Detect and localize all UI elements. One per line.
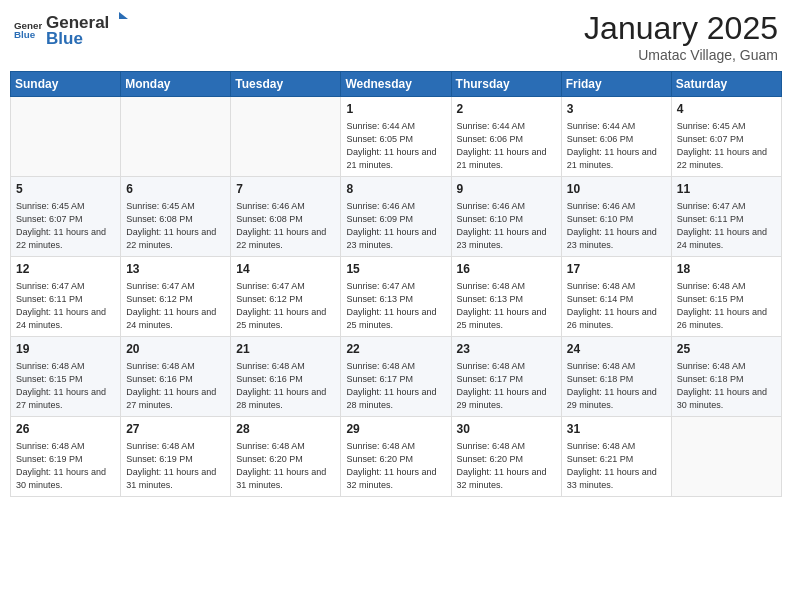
calendar-cell: 20Sunrise: 6:48 AMSunset: 6:16 PMDayligh… [121,336,231,416]
day-info: Sunrise: 6:48 AMSunset: 6:18 PMDaylight:… [567,360,666,412]
day-number: 15 [346,261,445,278]
day-info: Sunrise: 6:48 AMSunset: 6:16 PMDaylight:… [126,360,225,412]
day-number: 13 [126,261,225,278]
day-info: Sunrise: 6:48 AMSunset: 6:20 PMDaylight:… [236,440,335,492]
calendar-cell: 17Sunrise: 6:48 AMSunset: 6:14 PMDayligh… [561,256,671,336]
day-info: Sunrise: 6:48 AMSunset: 6:20 PMDaylight:… [346,440,445,492]
day-info: Sunrise: 6:46 AMSunset: 6:09 PMDaylight:… [346,200,445,252]
day-info: Sunrise: 6:48 AMSunset: 6:19 PMDaylight:… [126,440,225,492]
day-number: 17 [567,261,666,278]
day-number: 22 [346,341,445,358]
day-number: 12 [16,261,115,278]
day-info: Sunrise: 6:47 AMSunset: 6:13 PMDaylight:… [346,280,445,332]
calendar-cell: 2Sunrise: 6:44 AMSunset: 6:06 PMDaylight… [451,97,561,177]
logo-icon: General Blue [14,16,42,44]
weekday-header-thursday: Thursday [451,72,561,97]
calendar-cell: 24Sunrise: 6:48 AMSunset: 6:18 PMDayligh… [561,336,671,416]
weekday-header-row: SundayMondayTuesdayWednesdayThursdayFrid… [11,72,782,97]
day-number: 19 [16,341,115,358]
day-number: 7 [236,181,335,198]
calendar-cell: 19Sunrise: 6:48 AMSunset: 6:15 PMDayligh… [11,336,121,416]
day-number: 31 [567,421,666,438]
calendar-cell: 21Sunrise: 6:48 AMSunset: 6:16 PMDayligh… [231,336,341,416]
calendar-cell [231,97,341,177]
calendar-week-row: 5Sunrise: 6:45 AMSunset: 6:07 PMDaylight… [11,176,782,256]
day-number: 3 [567,101,666,118]
svg-text:Blue: Blue [14,29,36,40]
day-info: Sunrise: 6:48 AMSunset: 6:15 PMDaylight:… [16,360,115,412]
day-number: 5 [16,181,115,198]
logo-bird-icon [110,10,128,28]
day-info: Sunrise: 6:47 AMSunset: 6:11 PMDaylight:… [677,200,776,252]
day-number: 2 [457,101,556,118]
calendar-cell: 27Sunrise: 6:48 AMSunset: 6:19 PMDayligh… [121,416,231,496]
day-info: Sunrise: 6:44 AMSunset: 6:06 PMDaylight:… [457,120,556,172]
day-number: 10 [567,181,666,198]
weekday-header-monday: Monday [121,72,231,97]
weekday-header-saturday: Saturday [671,72,781,97]
day-number: 11 [677,181,776,198]
logo: General Blue General Blue [14,10,129,49]
calendar-cell: 14Sunrise: 6:47 AMSunset: 6:12 PMDayligh… [231,256,341,336]
day-number: 8 [346,181,445,198]
day-number: 16 [457,261,556,278]
calendar-week-row: 26Sunrise: 6:48 AMSunset: 6:19 PMDayligh… [11,416,782,496]
calendar-cell: 25Sunrise: 6:48 AMSunset: 6:18 PMDayligh… [671,336,781,416]
day-info: Sunrise: 6:48 AMSunset: 6:14 PMDaylight:… [567,280,666,332]
calendar-cell: 5Sunrise: 6:45 AMSunset: 6:07 PMDaylight… [11,176,121,256]
day-number: 20 [126,341,225,358]
day-info: Sunrise: 6:47 AMSunset: 6:12 PMDaylight:… [236,280,335,332]
day-number: 6 [126,181,225,198]
calendar-cell: 26Sunrise: 6:48 AMSunset: 6:19 PMDayligh… [11,416,121,496]
calendar-cell: 16Sunrise: 6:48 AMSunset: 6:13 PMDayligh… [451,256,561,336]
calendar-cell: 13Sunrise: 6:47 AMSunset: 6:12 PMDayligh… [121,256,231,336]
weekday-header-sunday: Sunday [11,72,121,97]
calendar-cell: 15Sunrise: 6:47 AMSunset: 6:13 PMDayligh… [341,256,451,336]
calendar-cell: 11Sunrise: 6:47 AMSunset: 6:11 PMDayligh… [671,176,781,256]
calendar-cell: 30Sunrise: 6:48 AMSunset: 6:20 PMDayligh… [451,416,561,496]
calendar-cell: 23Sunrise: 6:48 AMSunset: 6:17 PMDayligh… [451,336,561,416]
day-info: Sunrise: 6:48 AMSunset: 6:17 PMDaylight:… [457,360,556,412]
calendar-cell: 1Sunrise: 6:44 AMSunset: 6:05 PMDaylight… [341,97,451,177]
day-number: 9 [457,181,556,198]
calendar-cell: 18Sunrise: 6:48 AMSunset: 6:15 PMDayligh… [671,256,781,336]
day-number: 4 [677,101,776,118]
day-info: Sunrise: 6:48 AMSunset: 6:17 PMDaylight:… [346,360,445,412]
calendar-cell: 7Sunrise: 6:46 AMSunset: 6:08 PMDaylight… [231,176,341,256]
day-info: Sunrise: 6:48 AMSunset: 6:21 PMDaylight:… [567,440,666,492]
day-info: Sunrise: 6:48 AMSunset: 6:19 PMDaylight:… [16,440,115,492]
day-info: Sunrise: 6:48 AMSunset: 6:15 PMDaylight:… [677,280,776,332]
calendar-week-row: 19Sunrise: 6:48 AMSunset: 6:15 PMDayligh… [11,336,782,416]
day-info: Sunrise: 6:45 AMSunset: 6:07 PMDaylight:… [677,120,776,172]
weekday-header-tuesday: Tuesday [231,72,341,97]
calendar-week-row: 12Sunrise: 6:47 AMSunset: 6:11 PMDayligh… [11,256,782,336]
calendar-cell: 9Sunrise: 6:46 AMSunset: 6:10 PMDaylight… [451,176,561,256]
day-number: 21 [236,341,335,358]
day-info: Sunrise: 6:46 AMSunset: 6:10 PMDaylight:… [567,200,666,252]
calendar-cell: 6Sunrise: 6:45 AMSunset: 6:08 PMDaylight… [121,176,231,256]
calendar-cell: 22Sunrise: 6:48 AMSunset: 6:17 PMDayligh… [341,336,451,416]
calendar-cell [671,416,781,496]
day-info: Sunrise: 6:48 AMSunset: 6:13 PMDaylight:… [457,280,556,332]
day-info: Sunrise: 6:47 AMSunset: 6:12 PMDaylight:… [126,280,225,332]
day-info: Sunrise: 6:47 AMSunset: 6:11 PMDaylight:… [16,280,115,332]
weekday-header-wednesday: Wednesday [341,72,451,97]
day-number: 18 [677,261,776,278]
day-number: 28 [236,421,335,438]
day-info: Sunrise: 6:44 AMSunset: 6:06 PMDaylight:… [567,120,666,172]
calendar-cell [11,97,121,177]
day-number: 24 [567,341,666,358]
day-info: Sunrise: 6:46 AMSunset: 6:10 PMDaylight:… [457,200,556,252]
day-info: Sunrise: 6:46 AMSunset: 6:08 PMDaylight:… [236,200,335,252]
calendar-cell: 3Sunrise: 6:44 AMSunset: 6:06 PMDaylight… [561,97,671,177]
day-info: Sunrise: 6:44 AMSunset: 6:05 PMDaylight:… [346,120,445,172]
calendar-cell: 4Sunrise: 6:45 AMSunset: 6:07 PMDaylight… [671,97,781,177]
day-number: 26 [16,421,115,438]
page-header: General Blue General Blue January 2025 U… [10,10,782,63]
day-number: 30 [457,421,556,438]
calendar-cell [121,97,231,177]
day-number: 25 [677,341,776,358]
day-info: Sunrise: 6:48 AMSunset: 6:20 PMDaylight:… [457,440,556,492]
day-number: 27 [126,421,225,438]
day-info: Sunrise: 6:48 AMSunset: 6:18 PMDaylight:… [677,360,776,412]
